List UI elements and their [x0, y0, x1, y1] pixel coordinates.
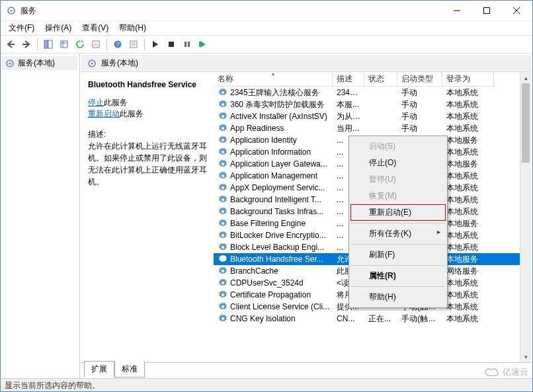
gear-icon [218, 254, 228, 264]
ctx-all-tasks[interactable]: 所有任务(K) [350, 225, 446, 242]
table-row[interactable]: 2345王牌输入法核心服务2345...手动本地系统 [214, 87, 531, 98]
column-start[interactable]: 启动类型 [397, 72, 442, 87]
menu-action[interactable]: 操作(A) [40, 21, 77, 35]
separator [144, 38, 145, 50]
service-logon: 本地系统 [442, 230, 494, 241]
svg-rect-3 [483, 8, 489, 14]
service-name: Background Tasks Infras... [230, 207, 323, 216]
service-name: Certificate Propagation [230, 290, 311, 299]
menu-view[interactable]: 查看(V) [77, 21, 114, 35]
service-start-type: 手动(触发... [397, 313, 442, 325]
stop-service-button[interactable] [164, 37, 179, 52]
gear-icon [218, 159, 228, 169]
svg-point-32 [222, 151, 224, 153]
help-button[interactable]: ? [110, 37, 125, 52]
service-name: Bluetooth Handsfree Ser... [230, 255, 323, 264]
maximize-button[interactable] [472, 1, 501, 20]
menu-file[interactable]: 文件(F) [3, 21, 40, 35]
service-logon: 本地服务 [442, 218, 494, 229]
ctx-pause[interactable]: 暂停(U) [350, 171, 446, 188]
tab-extended[interactable]: 扩展 [84, 361, 114, 377]
stop-service-link[interactable]: 停止 [88, 98, 104, 107]
service-logon: 本地系统 [442, 111, 494, 122]
table-row[interactable]: 360 杀毒实时防护加载服务本服...手动本地系统 [214, 98, 531, 110]
minimize-button[interactable] [442, 1, 472, 20]
column-name[interactable]: 名称 [214, 72, 333, 87]
service-logon: 本地系统 [442, 87, 494, 98]
ctx-start[interactable]: 启动(S) [350, 138, 446, 155]
gear-icon [218, 313, 228, 324]
restart-service-link[interactable]: 重新启动 [88, 109, 120, 118]
scroll-down-arrow[interactable]: ▾ [520, 351, 531, 362]
service-logon: 网络服务 [442, 266, 494, 277]
separator [106, 38, 107, 50]
service-logon: 本地服务 [442, 135, 494, 146]
back-button[interactable] [3, 37, 18, 52]
gear-icon [218, 182, 228, 193]
ctx-resume[interactable]: 恢复(M) [350, 188, 446, 204]
service-name: BitLocker Drive Encryptio... [230, 231, 326, 240]
ctx-separator [351, 286, 445, 287]
svg-point-1 [10, 9, 12, 11]
tree-node-label: 服务(本地) [18, 58, 55, 69]
menu-help[interactable]: 帮助(H) [114, 21, 151, 35]
table-row[interactable]: ActiveX Installer (AxInstSV)为从 ...手动本地系统 [214, 110, 531, 122]
svg-rect-20 [184, 42, 186, 47]
svg-point-35 [222, 186, 224, 189]
restart-service-button[interactable] [196, 37, 210, 52]
refresh-button[interactable] [73, 37, 87, 52]
service-logon: 本地系统 [442, 182, 494, 194]
show-hide-tree-button[interactable] [41, 37, 56, 52]
export-button[interactable] [89, 37, 103, 52]
gear-icon [218, 290, 228, 300]
scroll-thumb[interactable] [522, 83, 530, 163]
svg-point-26 [91, 62, 93, 64]
vertical-scrollbar[interactable]: ▴ ▾ [520, 72, 531, 362]
forward-button[interactable] [19, 37, 34, 52]
service-logon: 本地系统 [442, 206, 494, 217]
ctx-properties[interactable]: 属性(R) [350, 268, 446, 284]
ctx-refresh[interactable]: 刷新(F) [350, 247, 446, 263]
svg-rect-10 [61, 41, 67, 48]
svg-point-33 [222, 163, 224, 165]
gear-icon [87, 58, 97, 69]
gear-icon [218, 87, 228, 98]
table-row[interactable]: App Readiness当用...手动本地系统 [214, 122, 531, 134]
service-name: CNG Key Isolation [230, 314, 296, 323]
ctx-help[interactable]: 帮助(H) [350, 289, 446, 305]
pause-service-button[interactable] [180, 37, 194, 52]
column-logon[interactable]: 登录为 [442, 72, 494, 87]
scroll-up-arrow[interactable]: ▴ [520, 72, 531, 83]
gear-icon [218, 230, 228, 241]
svg-point-43 [222, 282, 224, 284]
svg-point-40 [222, 246, 224, 249]
gear-icon [218, 266, 228, 276]
service-name: 360 杀毒实时防护加载服务 [230, 99, 325, 110]
gear-icon [218, 242, 228, 253]
service-name: Client License Service (Cli... [230, 302, 329, 311]
properties-button[interactable] [126, 37, 141, 52]
column-desc[interactable]: 描述 [333, 72, 364, 87]
main-area: 服务(本地) 服务(本地) Bluetooth Handsfree Servic… [1, 54, 532, 378]
tree-node-services-local[interactable]: 服务(本地) [2, 56, 78, 70]
svg-point-39 [222, 234, 224, 237]
gear-icon [218, 194, 228, 205]
result-header-title: 服务(本地) [101, 58, 138, 69]
ctx-restart[interactable]: 重新启动(E) [350, 204, 446, 221]
gear-icon [218, 218, 228, 229]
svg-text:?: ? [116, 41, 119, 48]
close-button[interactable] [501, 1, 531, 20]
separator [37, 38, 38, 50]
service-logon: 本地系统 [442, 278, 494, 289]
svg-point-28 [222, 103, 224, 106]
start-service-button[interactable] [148, 37, 163, 52]
title-bar: 服务 [1, 1, 532, 20]
export-list-button[interactable] [57, 37, 71, 52]
window-title: 服务 [20, 5, 442, 17]
ctx-stop[interactable]: 停止(O) [350, 155, 446, 171]
tab-standard[interactable]: 标准 [114, 361, 145, 377]
column-status[interactable]: 状态 [364, 72, 397, 87]
table-row[interactable]: CNG Key IsolationCN...正在...手动(触发...本地系统 [214, 313, 531, 325]
service-logon: 本地系统 [442, 313, 494, 325]
service-name: ActiveX Installer (AxInstSV) [230, 112, 327, 121]
